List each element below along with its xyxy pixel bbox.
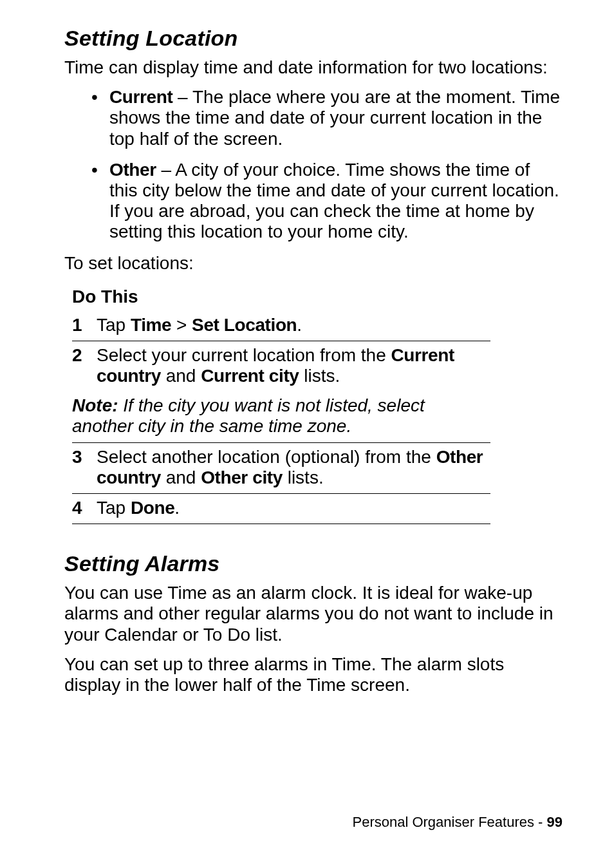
location-bullets: Current – The place where you are at the… [64,87,563,242]
bullet-current: Current – The place where you are at the… [109,87,563,149]
bullet-other-label: Other [109,160,156,180]
page: Setting Location Time can display time a… [0,0,614,868]
step-4-number: 4 [72,498,97,518]
alarms-p1: You can use Time as an alarm clock. It i… [64,583,563,645]
steps-block: Do This 1 Tap Time > Set Location. 2 Sel… [72,287,490,525]
footer-page-number: 99 [547,814,563,830]
step-3-text: Select another location (optional) from … [97,447,490,488]
step-3-b2: Other city [201,467,283,487]
step-2-mid: and [161,366,201,386]
step-4-post: . [174,498,180,518]
step-4-pre: Tap [97,498,131,518]
note-block: Note: If the city you want is not listed… [72,392,490,442]
note-label: Note: [72,395,118,415]
step-4: 4 Tap Done. [72,494,490,524]
section-gap [64,524,563,551]
step-2-post: lists. [299,366,340,386]
step-4-text: Tap Done. [97,498,490,518]
step-1-b2: Set Location [192,315,297,335]
step-3: 3 Select another location (optional) fro… [72,443,490,494]
step-2-text: Select your current location from the Cu… [97,345,490,386]
bullet-other: Other – A city of your choice. Time show… [109,160,563,243]
step-3-number: 3 [72,447,97,467]
alarms-p2: You can set up to three alarms in Time. … [64,654,563,695]
bullet-other-text: – A city of your choice. Time shows the … [109,160,559,242]
step-2-pre: Select your current location from the [97,345,391,365]
step-4-b1: Done [131,498,174,518]
step-1-text: Tap Time > Set Location. [97,315,490,335]
heading-setting-location: Setting Location [64,26,563,51]
step-3-pre: Select another location (optional) from … [97,447,436,467]
heading-setting-alarms: Setting Alarms [64,551,563,576]
step-1-number: 1 [72,315,97,335]
step-1: 1 Tap Time > Set Location. [72,311,490,341]
step-2-b2: Current city [201,366,299,386]
step-3-mid: and [161,467,201,487]
step-1-b1: Time [131,315,171,335]
step-2: 2 Select your current location from the … [72,341,490,392]
footer-chapter: Personal Organiser Features - [352,814,546,830]
to-set-locations: To set locations: [64,253,563,274]
step-1-post: . [297,315,302,335]
step-1-mid: > [171,315,192,335]
do-this-heading: Do This [72,287,490,307]
bullet-current-label: Current [109,87,172,107]
step-2-number: 2 [72,345,97,366]
step-1-pre: Tap [97,315,131,335]
page-footer: Personal Organiser Features - 99 [352,814,563,831]
bullet-current-text: – The place where you are at the moment.… [109,87,560,148]
intro-text: Time can display time and date informati… [64,57,563,78]
step-3-post: lists. [283,467,324,487]
note-text: If the city you want is not listed, sele… [72,395,425,436]
